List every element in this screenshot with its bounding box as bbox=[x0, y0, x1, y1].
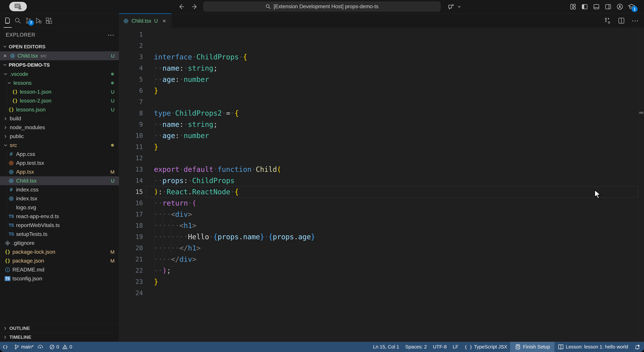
tree-item-reportwebvitals-ts[interactable]: TSreportWebVitals.ts bbox=[0, 221, 119, 230]
code-line-9[interactable]: 9··name:·string; bbox=[119, 119, 644, 130]
code-line-23[interactable]: 23} bbox=[119, 276, 644, 287]
tab-label: Child.tsx bbox=[132, 18, 152, 24]
remote-indicator[interactable] bbox=[0, 342, 11, 352]
open-editor-name: Child.tsx bbox=[18, 53, 38, 59]
code-line-18[interactable]: 18······<h1> bbox=[119, 220, 644, 231]
tree-item-lesson-2-json[interactable]: {}lesson-2.jsonU bbox=[0, 96, 119, 105]
open-editor-item[interactable]: × Child.tsx src U bbox=[0, 51, 119, 60]
language-mode[interactable]: { } TypeScript JSX bbox=[461, 342, 510, 352]
code-line-1[interactable]: 1 bbox=[119, 29, 644, 40]
branch-indicator[interactable]: main* bbox=[11, 342, 46, 352]
split-editor-icon[interactable] bbox=[618, 17, 625, 24]
code-line-13[interactable]: 13export·default·function·Child( bbox=[119, 164, 644, 175]
overview-ruler[interactable] bbox=[638, 28, 644, 341]
timeline-section-header[interactable]: TIMELINE bbox=[0, 333, 119, 341]
toggle-panel-button[interactable] bbox=[593, 3, 600, 11]
code-line-10[interactable]: 10··age:·number bbox=[119, 130, 644, 141]
eol-sequence[interactable]: LF bbox=[450, 342, 461, 352]
tree-item-lessons-json[interactable]: {}lessons.jsonU bbox=[0, 105, 119, 114]
tree-item-build[interactable]: build bbox=[0, 114, 119, 123]
code-line-7[interactable]: 7 bbox=[119, 96, 644, 108]
tree-item-child-tsx[interactable]: Child.tsxU bbox=[0, 176, 119, 185]
account-button[interactable] bbox=[616, 3, 624, 11]
tab-close-icon[interactable]: × bbox=[162, 18, 166, 24]
tree-item-src[interactable]: src bbox=[0, 141, 119, 150]
search-activity-button[interactable] bbox=[14, 15, 22, 26]
tree-item-app-tsx[interactable]: App.tsxM bbox=[0, 167, 119, 176]
editor[interactable]: 123interface·ChildProps·{4··name:·string… bbox=[119, 28, 644, 341]
tree-item-index-css[interactable]: #index.css bbox=[0, 185, 119, 194]
tree-item-public[interactable]: public bbox=[0, 132, 119, 141]
tree-item-tsconfig-json[interactable]: TStsconfig.json bbox=[0, 274, 119, 283]
tab-child-tsx[interactable]: Child.tsx U × bbox=[119, 14, 172, 28]
close-icon[interactable]: × bbox=[3, 53, 10, 59]
back-arrow-icon[interactable] bbox=[178, 3, 184, 10]
finish-setup-button[interactable]: Finish Setup bbox=[510, 342, 554, 352]
code-line-11[interactable]: 11} bbox=[119, 141, 644, 153]
tree-item-logo-svg[interactable]: logo.svg bbox=[0, 203, 119, 212]
tree-item-app-css[interactable]: #App.css bbox=[0, 150, 119, 159]
tree-item--gitignore[interactable]: .gitignore bbox=[0, 239, 119, 247]
code-line-19[interactable]: 19········Hello·{props.name}·{props.age} bbox=[119, 231, 644, 242]
code-line-20[interactable]: 20······</h1> bbox=[119, 242, 644, 254]
code-line-4[interactable]: 4··name:·string; bbox=[119, 63, 644, 74]
sidebar: 7 EXPLORER ⋯ bbox=[0, 14, 119, 341]
code-line-12[interactable]: 12 bbox=[119, 153, 644, 164]
folder-git-dot bbox=[111, 73, 114, 76]
tree-item-react-app-env-d-ts[interactable]: TSreact-app-env.d.ts bbox=[0, 212, 119, 221]
code-line-17[interactable]: 17····<div> bbox=[119, 209, 644, 220]
copilot-icon[interactable] bbox=[448, 3, 455, 11]
code-line-14[interactable]: 14··props:·ChildProps bbox=[119, 175, 644, 186]
extensions-activity-button[interactable] bbox=[45, 15, 53, 26]
explorer-activity-button[interactable] bbox=[4, 15, 11, 26]
explorer-more-button[interactable]: ⋯ bbox=[108, 31, 114, 39]
indentation[interactable]: Spaces: 2 bbox=[402, 342, 430, 352]
tree-item-setuptests-ts[interactable]: TSsetupTests.ts bbox=[0, 230, 119, 239]
notifications-bell[interactable] bbox=[631, 342, 644, 352]
bell-icon bbox=[634, 344, 640, 350]
code-line-15[interactable]: 15):·React.ReactNode·{ bbox=[119, 186, 644, 197]
problems-indicator[interactable]: 0 0 bbox=[46, 342, 75, 352]
code-line-2[interactable]: 2 bbox=[119, 40, 644, 51]
chevron-down-icon[interactable] bbox=[457, 4, 462, 9]
code-line-8[interactable]: 8type·ChildProps2·=·{ bbox=[119, 108, 644, 119]
tree-item-index-tsx[interactable]: index.tsx bbox=[0, 194, 119, 203]
code-line-6[interactable]: 6} bbox=[119, 85, 644, 96]
customize-layout-button[interactable] bbox=[569, 3, 576, 11]
lesson-extension-button[interactable]: 1 bbox=[628, 3, 635, 11]
tree-item-lessons[interactable]: lessons bbox=[0, 79, 119, 87]
open-changes-icon[interactable] bbox=[604, 17, 611, 24]
outline-section-header[interactable]: OUTLINE bbox=[0, 324, 119, 333]
remote-icon bbox=[2, 344, 8, 350]
overview-ruler-mark bbox=[639, 112, 643, 114]
code-line-24[interactable]: 24 bbox=[119, 287, 644, 299]
project-section-header[interactable]: PROPS-DEMO-TS bbox=[0, 60, 119, 70]
more-actions-icon[interactable]: ⋯ bbox=[632, 17, 639, 25]
toggle-secondary-sidebar-button[interactable] bbox=[604, 3, 612, 11]
code-line-3[interactable]: 3interface·ChildProps·{ bbox=[119, 51, 644, 63]
command-center-search[interactable]: [Extension Development Host] props-demo-… bbox=[204, 2, 440, 12]
sidebar-empty-space bbox=[0, 283, 119, 324]
code-line-16[interactable]: 16··return·( bbox=[119, 197, 644, 209]
toggle-primary-sidebar-button[interactable] bbox=[581, 3, 588, 11]
source-control-activity-button[interactable]: 7 bbox=[24, 15, 32, 26]
cursor-position[interactable]: Ln 15, Col 1 bbox=[370, 342, 402, 352]
code-line-21[interactable]: 21····</div> bbox=[119, 254, 644, 265]
encoding[interactable]: UTF-8 bbox=[430, 342, 450, 352]
tree-item-node-modules[interactable]: node_modules bbox=[0, 123, 119, 132]
screen-share-button[interactable] bbox=[9, 2, 27, 11]
vscode-window: [Extension Development Host] props-demo-… bbox=[0, 0, 644, 352]
open-editor-detail: src bbox=[40, 53, 46, 59]
forward-arrow-icon[interactable] bbox=[192, 3, 198, 10]
lesson-indicator[interactable]: Lesson: lesson 1: hello world bbox=[554, 342, 631, 352]
tree-item-package-lock-json[interactable]: {}package-lock.jsonM bbox=[0, 247, 119, 256]
run-debug-activity-button[interactable] bbox=[35, 15, 42, 26]
tree-item-lesson-1-json[interactable]: {}lesson-1.jsonU bbox=[0, 87, 119, 96]
open-editors-header[interactable]: OPEN EDITORS bbox=[0, 42, 119, 51]
tree-item-app-test-tsx[interactable]: App.test.tsx bbox=[0, 159, 119, 167]
tree-item-package-json[interactable]: {}package.jsonM bbox=[0, 256, 119, 265]
tree-item-readme-md[interactable]: README.md bbox=[0, 265, 119, 274]
tree-item--vscode[interactable]: .vscode bbox=[0, 70, 119, 79]
code-line-22[interactable]: 22··); bbox=[119, 265, 644, 276]
code-line-5[interactable]: 5··age:·number bbox=[119, 74, 644, 85]
